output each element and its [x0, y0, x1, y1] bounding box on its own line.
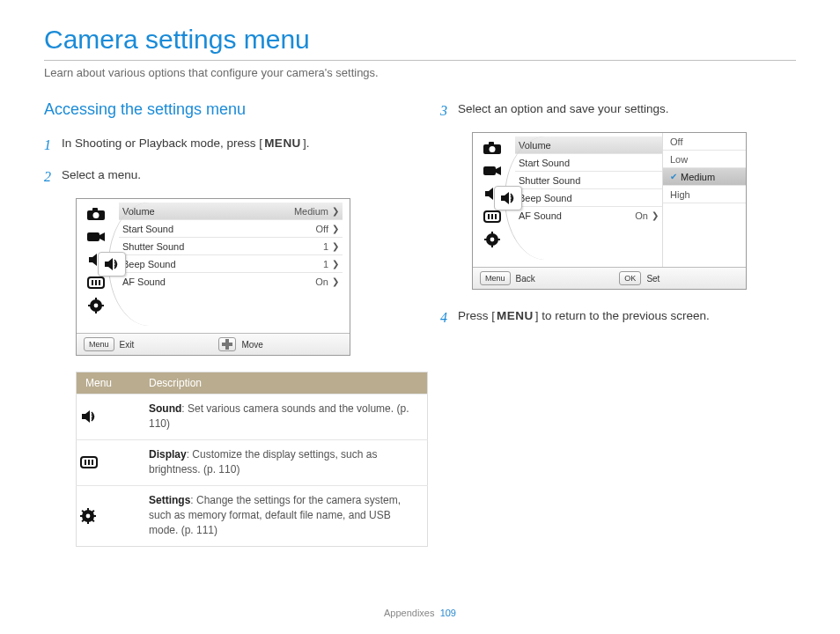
option-label: High [670, 189, 690, 200]
list-item[interactable]: Start SoundOff❯ [119, 220, 343, 238]
option-item[interactable]: Low [663, 151, 746, 168]
svg-rect-11 [95, 311, 97, 313]
list-item[interactable]: Shutter Sound [515, 172, 662, 189]
step-2: 2 Select a menu. [44, 166, 400, 188]
chevron-right-icon: ❯ [332, 206, 339, 216]
svg-point-37 [490, 238, 495, 242]
list-item[interactable]: Beep Sound [515, 189, 662, 207]
speaker-popup-icon [494, 186, 522, 210]
option-item[interactable]: High [663, 186, 746, 203]
svg-rect-6 [95, 280, 97, 285]
row-value: On [635, 210, 652, 221]
camera-icon [481, 138, 504, 158]
row-value: Off [316, 224, 332, 234]
list-item[interactable]: Shutter Sound1❯ [119, 238, 343, 255]
step-3-text: Select an option and save your settings. [458, 100, 668, 122]
svg-rect-33 [488, 214, 490, 219]
list-item[interactable]: AF SoundOn❯ [515, 207, 662, 224]
page-footer: Appendixes 109 [0, 608, 840, 618]
chevron-right-icon: ❯ [332, 259, 339, 269]
step-number: 3 [440, 100, 449, 122]
row-label: Start Sound [519, 158, 659, 168]
list-item[interactable]: AF SoundOn❯ [119, 273, 343, 290]
row-title: Sound [149, 402, 181, 415]
camera-screen-2: Volume Start Sound Shutter Sound Beep So… [472, 132, 747, 290]
list-item[interactable]: VolumeMedium❯ [119, 203, 343, 220]
step-4: 4 Press [MENU] to return to the previous… [440, 307, 796, 328]
footer-label: Set [646, 274, 659, 284]
menu-badge: MENU [495, 307, 535, 325]
settings-list: VolumeMedium❯ Start SoundOff❯ Shutter So… [115, 199, 350, 333]
row-value: 1 [323, 241, 332, 252]
table-row: Settings: Change the settings for the ca… [77, 485, 428, 546]
svg-rect-40 [484, 239, 487, 240]
svg-rect-1 [92, 208, 98, 211]
row-value: Medium [294, 206, 332, 217]
video-icon [481, 161, 504, 181]
svg-rect-39 [491, 245, 493, 247]
row-label: Beep Sound [122, 259, 323, 269]
svg-rect-22 [80, 515, 83, 517]
screen-footer: Menu Back OK Set [473, 267, 746, 289]
menu-button[interactable]: Menu [84, 337, 114, 351]
step-number: 1 [44, 135, 53, 156]
footer-section: Appendixes [384, 608, 435, 618]
dpad-icon[interactable] [218, 337, 236, 351]
footer-label: Exit [120, 340, 135, 350]
svg-rect-16 [88, 460, 90, 465]
settings-list: Volume Start Sound Shutter Sound Beep So… [512, 133, 662, 267]
list-item[interactable]: Volume [515, 136, 662, 154]
page-title: Camera settings menu [44, 25, 796, 55]
footer-page-number: 109 [440, 608, 456, 618]
svg-rect-31 [483, 166, 496, 175]
svg-point-2 [93, 212, 99, 218]
step-4-text-b: ] to return to the previous screen. [535, 309, 710, 322]
svg-rect-10 [95, 298, 97, 300]
step-4-text-a: Press [ [458, 309, 495, 322]
svg-point-9 [94, 304, 99, 308]
footer-label: Move [241, 340, 262, 350]
svg-point-19 [86, 513, 91, 518]
menu-button[interactable]: Menu [480, 271, 511, 285]
row-label: Shutter Sound [519, 175, 659, 186]
svg-rect-35 [495, 214, 497, 219]
svg-rect-34 [491, 214, 493, 219]
row-label: Shutter Sound [122, 241, 323, 252]
row-text: : Set various camera sounds and the volu… [149, 402, 409, 430]
option-item-selected[interactable]: ✔Medium [663, 168, 746, 186]
chevron-right-icon: ❯ [652, 210, 659, 220]
svg-rect-3 [87, 232, 99, 241]
settings-tab-icon [481, 230, 504, 249]
row-label: Start Sound [122, 224, 316, 234]
row-label: AF Sound [519, 210, 635, 221]
ok-button[interactable]: OK [619, 271, 641, 285]
step-2-text: Select a menu. [62, 166, 141, 188]
option-item[interactable]: Off [663, 133, 746, 151]
camera-screen-1: VolumeMedium❯ Start SoundOff❯ Shutter So… [76, 198, 350, 356]
step-1-text-b: ]. [303, 136, 310, 150]
option-list: Off Low ✔Medium High [662, 133, 746, 267]
svg-rect-41 [497, 239, 500, 240]
list-item[interactable]: Beep Sound1❯ [119, 255, 343, 273]
table-header: Menu [77, 372, 141, 394]
row-value: 1 [323, 259, 332, 269]
chevron-right-icon: ❯ [332, 276, 339, 286]
row-value: On [315, 276, 332, 287]
option-label: Low [670, 154, 688, 165]
table-header: Description [140, 372, 428, 394]
svg-point-30 [490, 146, 496, 152]
svg-rect-12 [88, 305, 91, 306]
svg-rect-29 [489, 142, 494, 145]
chevron-right-icon: ❯ [332, 241, 339, 251]
svg-rect-23 [93, 515, 96, 517]
svg-rect-7 [99, 280, 100, 285]
step-1-text-a: In Shooting or Playback mode, press [ [62, 136, 262, 150]
step-3: 3 Select an option and save your setting… [440, 100, 796, 122]
table-row: Display: Customize the display settings,… [77, 439, 428, 485]
speaker-popup-icon [98, 252, 126, 276]
title-rule [44, 60, 796, 61]
list-item[interactable]: Start Sound [515, 154, 662, 172]
row-label: Volume [519, 140, 659, 151]
option-label: Off [670, 136, 682, 147]
option-label: Medium [681, 172, 715, 182]
